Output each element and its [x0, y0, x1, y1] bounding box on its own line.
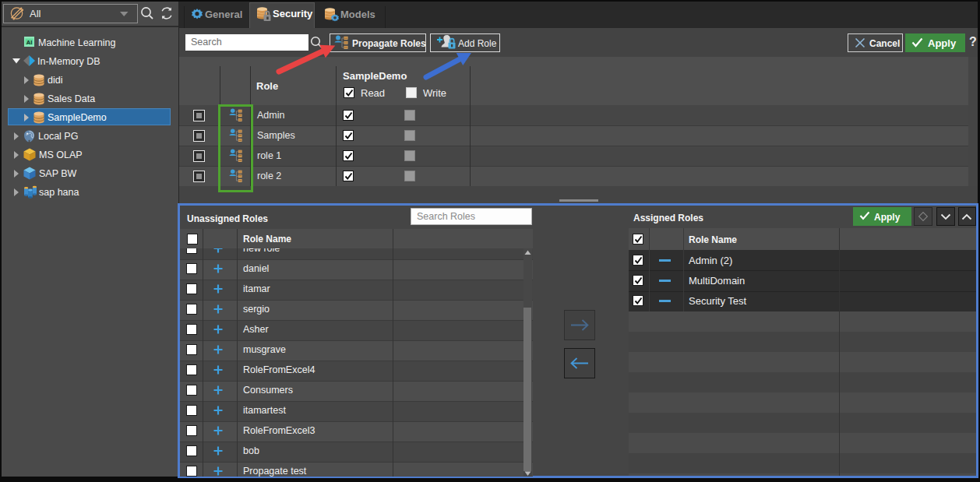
svg-text:AI: AI [26, 39, 33, 46]
